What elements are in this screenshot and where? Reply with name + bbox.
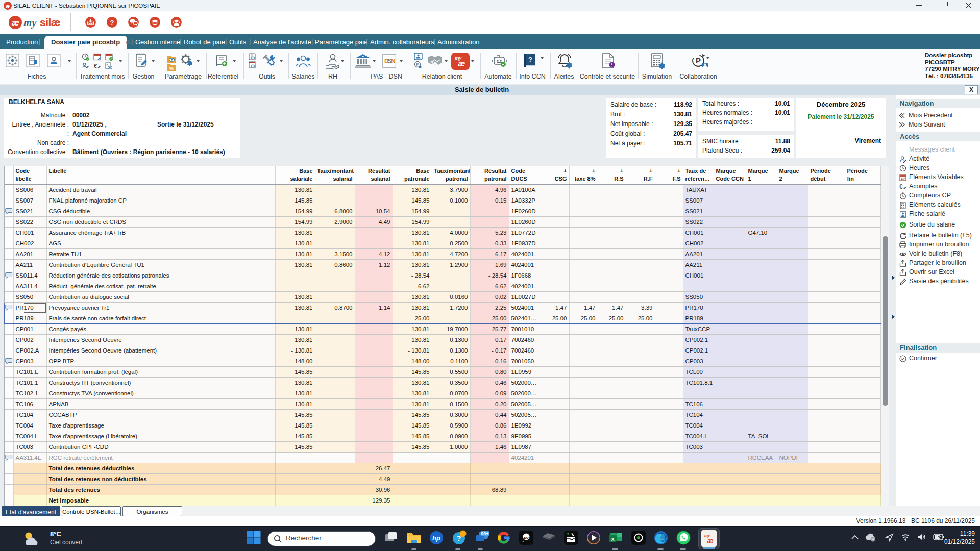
- svg-text:€: €: [899, 183, 903, 190]
- svg-text:%: %: [169, 66, 174, 71]
- svg-text:€: €: [107, 63, 109, 67]
- svg-text:my: my: [23, 16, 37, 29]
- svg-text:?: ?: [110, 19, 114, 27]
- svg-text:silæ: silæ: [40, 16, 60, 28]
- svg-text:æ: æ: [11, 18, 19, 28]
- svg-text:hp: hp: [432, 534, 440, 542]
- svg-text:?: ?: [528, 56, 532, 63]
- svg-text:€: €: [94, 63, 97, 69]
- svg-text:æ: æ: [6, 4, 10, 9]
- svg-text:99+: 99+: [481, 531, 488, 536]
- svg-text:P: P: [696, 56, 701, 65]
- svg-text:x: x: [611, 536, 615, 542]
- svg-text:so: so: [524, 535, 528, 540]
- svg-text:æ: æ: [458, 59, 465, 68]
- svg-text:N: N: [391, 58, 396, 65]
- svg-text:æ: æ: [707, 537, 713, 545]
- svg-text:P: P: [416, 62, 419, 67]
